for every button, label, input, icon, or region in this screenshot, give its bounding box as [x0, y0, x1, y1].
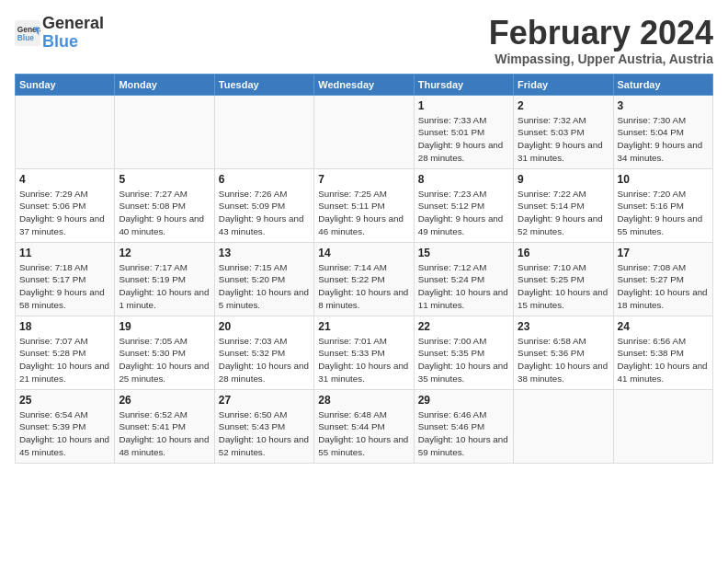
day-number: 27 — [219, 394, 310, 407]
calendar-day-cell: 14Sunrise: 7:14 AM Sunset: 5:22 PM Dayli… — [314, 242, 414, 316]
weekday-header-cell: Saturday — [613, 74, 712, 95]
weekday-header-cell: Thursday — [414, 74, 513, 95]
day-info: Sunrise: 7:10 AM Sunset: 5:25 PM Dayligh… — [518, 261, 609, 312]
day-info: Sunrise: 7:23 AM Sunset: 5:12 PM Dayligh… — [418, 188, 509, 238]
day-number: 23 — [518, 320, 609, 333]
day-number: 12 — [119, 247, 210, 259]
location-subtitle: Wimpassing, Upper Austria, Austria — [489, 52, 713, 66]
calendar-day-cell — [314, 95, 414, 168]
calendar-day-cell: 7Sunrise: 7:25 AM Sunset: 5:11 PM Daylig… — [314, 168, 414, 242]
calendar-day-cell: 5Sunrise: 7:27 AM Sunset: 5:08 PM Daylig… — [115, 168, 214, 242]
day-number: 17 — [618, 247, 709, 259]
calendar-day-cell: 11Sunrise: 7:18 AM Sunset: 5:17 PM Dayli… — [16, 242, 115, 316]
day-number: 8 — [418, 173, 509, 186]
calendar-day-cell: 28Sunrise: 6:48 AM Sunset: 5:44 PM Dayli… — [314, 389, 414, 463]
calendar-day-cell: 22Sunrise: 7:00 AM Sunset: 5:35 PM Dayli… — [414, 316, 513, 389]
day-info: Sunrise: 7:22 AM Sunset: 5:14 PM Dayligh… — [518, 188, 609, 238]
day-info: Sunrise: 7:33 AM Sunset: 5:01 PM Dayligh… — [418, 114, 509, 165]
day-info: Sunrise: 7:07 AM Sunset: 5:28 PM Dayligh… — [19, 335, 110, 385]
logo-icon: General Blue — [15, 20, 40, 46]
calendar-day-cell: 4Sunrise: 7:29 AM Sunset: 5:06 PM Daylig… — [16, 168, 115, 242]
day-info: Sunrise: 7:12 AM Sunset: 5:24 PM Dayligh… — [418, 261, 509, 312]
day-number: 29 — [418, 394, 509, 407]
weekday-header-cell: Monday — [115, 74, 214, 95]
calendar-day-cell: 21Sunrise: 7:01 AM Sunset: 5:33 PM Dayli… — [314, 316, 414, 389]
day-number: 15 — [418, 247, 509, 259]
weekday-header-cell: Friday — [514, 74, 613, 95]
calendar-body: 1Sunrise: 7:33 AM Sunset: 5:01 PM Daylig… — [16, 95, 713, 463]
calendar-day-cell: 13Sunrise: 7:15 AM Sunset: 5:20 PM Dayli… — [214, 242, 313, 316]
calendar-table: SundayMondayTuesdayWednesdayThursdayFrid… — [15, 74, 713, 464]
calendar-day-cell: 29Sunrise: 6:46 AM Sunset: 5:46 PM Dayli… — [414, 389, 513, 463]
calendar-day-cell: 25Sunrise: 6:54 AM Sunset: 5:39 PM Dayli… — [16, 389, 115, 463]
day-info: Sunrise: 7:14 AM Sunset: 5:22 PM Dayligh… — [318, 261, 409, 312]
weekday-header-cell: Tuesday — [214, 74, 313, 95]
day-number: 13 — [219, 247, 310, 259]
day-number: 25 — [19, 394, 110, 407]
calendar-day-cell: 23Sunrise: 6:58 AM Sunset: 5:36 PM Dayli… — [514, 316, 613, 389]
weekday-header-cell: Wednesday — [314, 74, 414, 95]
calendar-week-row: 11Sunrise: 7:18 AM Sunset: 5:17 PM Dayli… — [16, 242, 713, 316]
weekday-header-cell: Sunday — [16, 74, 115, 95]
day-number: 9 — [518, 173, 609, 186]
calendar-day-cell — [514, 389, 613, 463]
day-info: Sunrise: 7:26 AM Sunset: 5:09 PM Dayligh… — [219, 188, 310, 238]
day-number: 2 — [518, 99, 609, 112]
calendar-day-cell — [214, 95, 313, 168]
day-info: Sunrise: 6:54 AM Sunset: 5:39 PM Dayligh… — [19, 408, 110, 459]
day-info: Sunrise: 7:17 AM Sunset: 5:19 PM Dayligh… — [119, 261, 210, 312]
day-info: Sunrise: 6:46 AM Sunset: 5:46 PM Dayligh… — [418, 408, 509, 459]
day-number: 16 — [518, 247, 609, 259]
day-number: 26 — [119, 394, 210, 407]
logo: General Blue General Blue — [15, 15, 104, 52]
calendar-day-cell: 18Sunrise: 7:07 AM Sunset: 5:28 PM Dayli… — [16, 316, 115, 389]
day-number: 1 — [418, 99, 509, 112]
day-number: 22 — [418, 320, 509, 333]
day-info: Sunrise: 7:25 AM Sunset: 5:11 PM Dayligh… — [318, 188, 409, 238]
day-number: 21 — [318, 320, 409, 333]
day-info: Sunrise: 6:56 AM Sunset: 5:38 PM Dayligh… — [618, 335, 709, 385]
calendar-day-cell: 10Sunrise: 7:20 AM Sunset: 5:16 PM Dayli… — [613, 168, 712, 242]
day-info: Sunrise: 6:58 AM Sunset: 5:36 PM Dayligh… — [518, 335, 609, 385]
day-number: 19 — [119, 320, 210, 333]
day-info: Sunrise: 6:50 AM Sunset: 5:43 PM Dayligh… — [219, 408, 310, 459]
day-info: Sunrise: 7:01 AM Sunset: 5:33 PM Dayligh… — [318, 335, 409, 385]
day-info: Sunrise: 7:29 AM Sunset: 5:06 PM Dayligh… — [19, 188, 110, 238]
calendar-day-cell: 9Sunrise: 7:22 AM Sunset: 5:14 PM Daylig… — [514, 168, 613, 242]
calendar-day-cell: 2Sunrise: 7:32 AM Sunset: 5:03 PM Daylig… — [514, 95, 613, 168]
calendar-day-cell: 26Sunrise: 6:52 AM Sunset: 5:41 PM Dayli… — [115, 389, 214, 463]
weekday-header: SundayMondayTuesdayWednesdayThursdayFrid… — [16, 74, 713, 95]
calendar-day-cell: 27Sunrise: 6:50 AM Sunset: 5:43 PM Dayli… — [214, 389, 313, 463]
header: General Blue General Blue February 2024 … — [15, 15, 713, 66]
calendar-week-row: 25Sunrise: 6:54 AM Sunset: 5:39 PM Dayli… — [16, 389, 713, 463]
day-info: Sunrise: 7:08 AM Sunset: 5:27 PM Dayligh… — [618, 261, 709, 312]
day-info: Sunrise: 7:30 AM Sunset: 5:04 PM Dayligh… — [618, 114, 709, 165]
day-number: 20 — [219, 320, 310, 333]
day-number: 28 — [318, 394, 409, 407]
day-info: Sunrise: 7:03 AM Sunset: 5:32 PM Dayligh… — [219, 335, 310, 385]
calendar-day-cell: 20Sunrise: 7:03 AM Sunset: 5:32 PM Dayli… — [214, 316, 313, 389]
calendar-day-cell: 15Sunrise: 7:12 AM Sunset: 5:24 PM Dayli… — [414, 242, 513, 316]
day-info: Sunrise: 7:20 AM Sunset: 5:16 PM Dayligh… — [618, 188, 709, 238]
day-number: 4 — [19, 173, 110, 186]
day-info: Sunrise: 7:00 AM Sunset: 5:35 PM Dayligh… — [418, 335, 509, 385]
day-number: 24 — [618, 320, 709, 333]
day-number: 18 — [19, 320, 110, 333]
calendar-day-cell — [115, 95, 214, 168]
calendar-week-row: 4Sunrise: 7:29 AM Sunset: 5:06 PM Daylig… — [16, 168, 713, 242]
calendar-week-row: 1Sunrise: 7:33 AM Sunset: 5:01 PM Daylig… — [16, 95, 713, 168]
title-block: February 2024 Wimpassing, Upper Austria,… — [489, 15, 713, 66]
calendar-day-cell: 8Sunrise: 7:23 AM Sunset: 5:12 PM Daylig… — [414, 168, 513, 242]
calendar-day-cell: 16Sunrise: 7:10 AM Sunset: 5:25 PM Dayli… — [514, 242, 613, 316]
calendar-day-cell — [16, 95, 115, 168]
day-number: 5 — [119, 173, 210, 186]
month-title: February 2024 — [489, 15, 713, 52]
calendar-day-cell — [613, 389, 712, 463]
logo-text: General Blue — [42, 15, 104, 52]
calendar-week-row: 18Sunrise: 7:07 AM Sunset: 5:28 PM Dayli… — [16, 316, 713, 389]
calendar-day-cell: 6Sunrise: 7:26 AM Sunset: 5:09 PM Daylig… — [214, 168, 313, 242]
day-info: Sunrise: 7:15 AM Sunset: 5:20 PM Dayligh… — [219, 261, 310, 312]
day-number: 3 — [618, 99, 709, 112]
day-number: 14 — [318, 247, 409, 259]
day-info: Sunrise: 7:32 AM Sunset: 5:03 PM Dayligh… — [518, 114, 609, 165]
